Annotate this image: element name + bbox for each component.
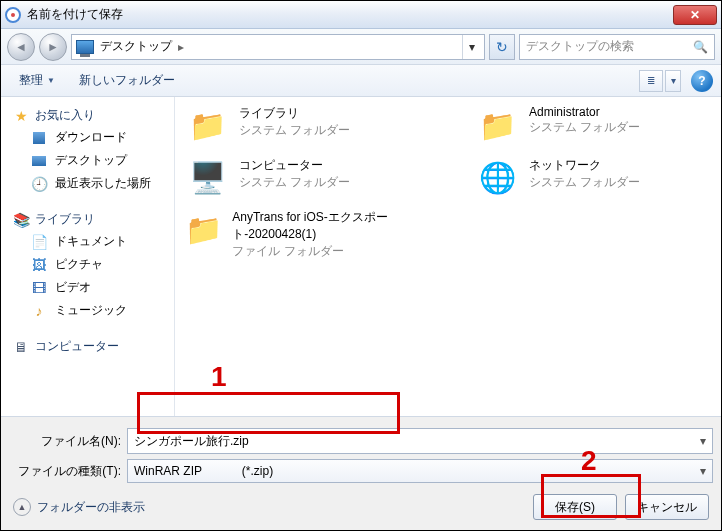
filetype-combobox[interactable]: WinRAR ZIP (*.zip) ▾ bbox=[127, 459, 713, 483]
recent-icon: 🕘 bbox=[31, 176, 47, 192]
computer-icon: 🖥 bbox=[13, 339, 29, 355]
view-mode-button[interactable]: ≣ bbox=[639, 70, 663, 92]
network-icon: 🌐 bbox=[475, 157, 519, 197]
library-icon: 📚 bbox=[13, 212, 29, 228]
breadcrumb[interactable]: デスクトップ ▸ ▾ bbox=[71, 34, 485, 60]
chevron-down-icon: ▾ bbox=[700, 464, 706, 478]
window-title: 名前を付けて保存 bbox=[27, 6, 673, 23]
filename-input[interactable]: シンガポール旅行.zip ▾ bbox=[127, 428, 713, 454]
video-icon: 🎞 bbox=[31, 280, 47, 296]
item-computer[interactable]: 🖥️ コンピューターシステム フォルダー bbox=[185, 157, 435, 197]
search-input[interactable]: デスクトップの検索 🔍 bbox=[519, 34, 715, 60]
computer-big-icon: 🖥️ bbox=[185, 157, 229, 197]
sidebar-item-music[interactable]: ♪ミュージック bbox=[1, 299, 174, 322]
help-button[interactable]: ? bbox=[691, 70, 713, 92]
folder-icon: 📁 bbox=[185, 209, 222, 249]
item-network[interactable]: 🌐 ネットワークシステム フォルダー bbox=[475, 157, 675, 197]
breadcrumb-dropdown[interactable]: ▾ bbox=[462, 35, 480, 59]
user-folder-icon: 📁 bbox=[475, 105, 519, 145]
item-administrator[interactable]: 📁 Administratorシステム フォルダー bbox=[475, 105, 675, 145]
sidebar-item-recent[interactable]: 🕘最近表示した場所 bbox=[1, 172, 174, 195]
view-mode-dropdown[interactable]: ▾ bbox=[665, 70, 681, 92]
star-icon: ★ bbox=[13, 108, 29, 124]
item-anytrans-folder[interactable]: 📁 AnyTrans for iOS-エクスポート-20200428(1)ファイ… bbox=[185, 209, 435, 260]
chevron-down-icon[interactable]: ▾ bbox=[700, 434, 706, 448]
desktop-icon bbox=[31, 153, 47, 169]
dialog-body: ★ お気に入り ダウンロード デスクトップ 🕘最近表示した場所 📚 ライブラリ … bbox=[1, 97, 721, 416]
cancel-button[interactable]: キャンセル bbox=[625, 494, 709, 520]
sidebar-item-pictures[interactable]: 🖼ピクチャ bbox=[1, 253, 174, 276]
search-icon: 🔍 bbox=[693, 40, 708, 54]
desktop-icon bbox=[76, 40, 94, 54]
search-placeholder: デスクトップの検索 bbox=[526, 38, 634, 55]
sidebar-computer-header[interactable]: 🖥 コンピューター bbox=[1, 336, 174, 357]
music-icon: ♪ bbox=[31, 303, 47, 319]
save-button[interactable]: 保存(S) bbox=[533, 494, 617, 520]
filetype-label: ファイルの種類(T): bbox=[9, 463, 121, 480]
save-dialog: 名前を付けて保存 ✕ ◄ ► デスクトップ ▸ ▾ ↻ デスクトップの検索 🔍 … bbox=[0, 0, 722, 531]
breadcrumb-location: デスクトップ bbox=[100, 38, 172, 55]
close-button[interactable]: ✕ bbox=[673, 5, 717, 25]
sidebar-item-videos[interactable]: 🎞ビデオ bbox=[1, 276, 174, 299]
sidebar-item-desktop[interactable]: デスクトップ bbox=[1, 149, 174, 172]
organize-button[interactable]: 整理 ▼ bbox=[9, 68, 65, 93]
view-controls: ≣ ▾ bbox=[639, 70, 681, 92]
file-list: 📁 ライブラリシステム フォルダー 🖥️ コンピューターシステム フォルダー 📁… bbox=[175, 97, 721, 416]
back-button[interactable]: ◄ bbox=[7, 33, 35, 61]
chevron-right-icon: ▸ bbox=[178, 40, 184, 54]
new-folder-button[interactable]: 新しいフォルダー bbox=[69, 68, 185, 93]
toolbar: 整理 ▼ 新しいフォルダー ≣ ▾ ? bbox=[1, 65, 721, 97]
forward-button[interactable]: ► bbox=[39, 33, 67, 61]
item-libraries[interactable]: 📁 ライブラリシステム フォルダー bbox=[185, 105, 435, 145]
picture-icon: 🖼 bbox=[31, 257, 47, 273]
library-folder-icon: 📁 bbox=[185, 105, 229, 145]
sidebar-item-documents[interactable]: 📄ドキュメント bbox=[1, 230, 174, 253]
document-icon: 📄 bbox=[31, 234, 47, 250]
refresh-button[interactable]: ↻ bbox=[489, 34, 515, 60]
chevron-down-icon: ▼ bbox=[47, 76, 55, 85]
filename-label: ファイル名(N): bbox=[9, 433, 121, 450]
folder-hide-toggle[interactable]: ▲ フォルダーの非表示 bbox=[13, 498, 145, 516]
sidebar-libraries-header[interactable]: 📚 ライブラリ bbox=[1, 209, 174, 230]
caret-up-icon: ▲ bbox=[13, 498, 31, 516]
chrome-icon bbox=[5, 7, 21, 23]
sidebar: ★ お気に入り ダウンロード デスクトップ 🕘最近表示した場所 📚 ライブラリ … bbox=[1, 97, 175, 416]
nav-bar: ◄ ► デスクトップ ▸ ▾ ↻ デスクトップの検索 🔍 bbox=[1, 29, 721, 65]
titlebar: 名前を付けて保存 ✕ bbox=[1, 1, 721, 29]
download-icon bbox=[31, 130, 47, 146]
sidebar-item-downloads[interactable]: ダウンロード bbox=[1, 126, 174, 149]
bottom-panel: ファイル名(N): シンガポール旅行.zip ▾ ファイルの種類(T): Win… bbox=[1, 416, 721, 530]
sidebar-favorites-header[interactable]: ★ お気に入り bbox=[1, 105, 174, 126]
